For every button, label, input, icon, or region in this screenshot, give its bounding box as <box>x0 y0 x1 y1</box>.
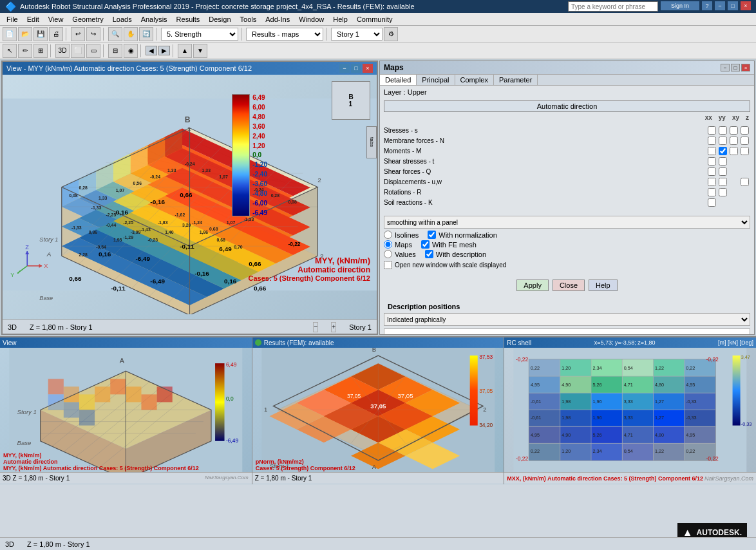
menu-tools[interactable]: Tools <box>236 15 261 24</box>
search-input[interactable] <box>568 1 658 12</box>
shear-st-xx[interactable] <box>708 157 716 166</box>
mesh-btn[interactable]: ⊟ <box>108 44 122 58</box>
moments-xx[interactable] <box>708 147 716 155</box>
apply-button[interactable]: Apply <box>516 280 549 291</box>
menu-file[interactable]: File <box>3 15 22 24</box>
rotate-btn[interactable]: 🔄 <box>139 27 153 41</box>
help-button[interactable]: Help <box>589 280 618 291</box>
moments-xy[interactable] <box>730 147 738 155</box>
save-btn[interactable]: 💾 <box>33 27 48 41</box>
auto-direction-btn[interactable]: Automatic direction <box>384 100 750 112</box>
moments-z[interactable] <box>741 147 749 155</box>
next-btn[interactable]: ▶ <box>158 46 170 55</box>
prev-btn[interactable]: ◀ <box>146 46 157 55</box>
view-cube[interactable]: B1 <box>332 81 370 120</box>
menu-edit[interactable]: Edit <box>23 15 43 24</box>
nav-down-btn[interactable]: ▼ <box>193 44 207 58</box>
stress-xy[interactable] <box>730 126 738 135</box>
view-minimize[interactable]: − <box>339 64 350 73</box>
menu-help[interactable]: Help <box>329 15 352 24</box>
maximize-btn[interactable]: □ <box>728 1 738 10</box>
tab-parameter[interactable]: Parameter <box>494 75 538 85</box>
cb-normalization[interactable] <box>428 231 436 239</box>
maps-maximize[interactable]: □ <box>731 64 740 71</box>
stress-row: Stresses - s Membrane forces - N Moments… <box>380 126 754 209</box>
viewfront-btn[interactable]: ▭ <box>86 44 100 58</box>
zoom-out-btn[interactable]: − <box>313 322 318 332</box>
redo-btn[interactable]: ↪ <box>86 27 100 41</box>
shear-st-yy[interactable] <box>719 157 727 166</box>
cb-description[interactable] <box>425 250 433 258</box>
minimize-btn[interactable]: − <box>715 1 725 10</box>
membrane-xy[interactable] <box>730 137 738 145</box>
select-btn[interactable]: ↖ <box>3 44 17 58</box>
strength-dropdown[interactable]: 5. Strength <box>161 28 238 41</box>
radio-isolines[interactable] <box>384 231 392 239</box>
radio-values[interactable] <box>384 250 392 258</box>
menu-geometry[interactable]: Geometry <box>68 15 107 24</box>
membrane-xx[interactable] <box>708 137 716 145</box>
close-btn[interactable]: × <box>741 1 751 10</box>
nav-up-btn[interactable]: ▲ <box>178 44 192 58</box>
view-status-bar: 3D Z = 1,80 m - Story 1 − + Story 1 <box>3 319 377 334</box>
cb-fe-mesh[interactable] <box>421 240 430 249</box>
menu-design[interactable]: Design <box>205 15 234 24</box>
stress-yy[interactable] <box>719 126 727 135</box>
membrane-yy[interactable] <box>719 137 727 145</box>
menu-addins[interactable]: Add-Ins <box>261 15 294 24</box>
menu-community[interactable]: Community <box>353 15 397 24</box>
menu-results[interactable]: Results <box>173 15 204 24</box>
undo-btn[interactable]: ↩ <box>71 27 85 41</box>
tab-complex[interactable]: Complex <box>455 75 494 85</box>
bv-status: 3D Z = 1,80 m - Story 1 <box>3 475 70 482</box>
draw-btn[interactable]: ✏ <box>18 44 32 58</box>
view-close[interactable]: × <box>363 64 373 73</box>
desc-textarea[interactable] <box>384 328 750 335</box>
shear-f-yy[interactable] <box>719 167 727 176</box>
stress-xx[interactable] <box>708 126 716 135</box>
maps-minimize[interactable]: − <box>721 64 730 71</box>
tab-detailed[interactable]: Detailed <box>380 75 417 85</box>
radio-maps[interactable] <box>384 240 392 249</box>
soil-xx[interactable] <box>708 198 716 207</box>
maps-close[interactable]: × <box>741 64 750 71</box>
disp-xx[interactable] <box>708 178 716 186</box>
cb-new-window[interactable] <box>384 261 392 269</box>
rot-yy[interactable] <box>719 188 727 196</box>
settings-btn[interactable]: ⚙ <box>384 27 398 41</box>
menu-view[interactable]: View <box>44 15 68 24</box>
svg-text:2,34: 2,34 <box>593 448 602 454</box>
desc-pos-select[interactable]: Indicated graphically <box>384 313 750 326</box>
rot-xx[interactable] <box>708 188 716 196</box>
story-dropdown[interactable]: Story 1 <box>331 28 383 41</box>
viewtop-btn[interactable]: ⬜ <box>71 44 85 58</box>
disp-yy[interactable] <box>719 178 727 186</box>
close-button[interactable]: Close <box>553 280 585 291</box>
pan-btn[interactable]: ✋ <box>124 27 138 41</box>
render-btn[interactable]: ◉ <box>124 44 138 58</box>
view3d-btn[interactable]: 3D <box>55 44 70 58</box>
menu-loads[interactable]: Loads <box>109 15 136 24</box>
tab-navigation[interactable]: tabs <box>366 126 377 158</box>
shear-f-xx[interactable] <box>708 167 716 176</box>
print-btn[interactable]: 🖨 <box>49 27 63 41</box>
tab-principal[interactable]: Principal <box>417 75 455 85</box>
new-btn[interactable]: 📄 <box>3 27 17 41</box>
help-icon-btn[interactable]: ? <box>702 1 712 10</box>
stress-z[interactable] <box>741 126 749 135</box>
menu-window[interactable]: Window <box>295 15 328 24</box>
results-dropdown[interactable]: Results - maps <box>246 28 323 41</box>
zoom-btn[interactable]: 🔍 <box>108 27 122 41</box>
view-maximize[interactable]: □ <box>351 64 361 73</box>
moments-yy[interactable] <box>719 147 727 155</box>
disp-z[interactable] <box>741 178 749 186</box>
menu-analysis[interactable]: Analysis <box>137 15 171 24</box>
membrane-z[interactable] <box>741 137 749 145</box>
myy-annotation: MYY, (kNm/m) Automatic direction Cases: … <box>249 256 370 282</box>
smoothing-select[interactable]: smoothing within a panel <box>384 216 750 229</box>
svg-rect-167 <box>215 363 224 441</box>
sign-in-btn[interactable]: Sign In <box>661 1 699 10</box>
dimension-btn[interactable]: ⊞ <box>33 44 48 58</box>
open-btn[interactable]: 📂 <box>18 27 32 41</box>
zoom-in-btn[interactable]: + <box>331 322 336 332</box>
